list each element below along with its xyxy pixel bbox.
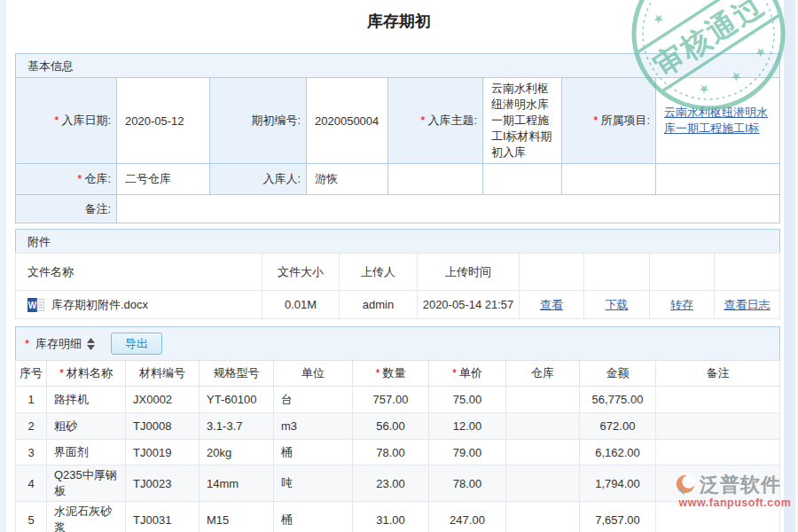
word-doc-icon: W <box>27 297 45 313</box>
page-title: 库存期初 <box>0 11 798 32</box>
inventory-detail-table: 序号*材料名称材料编号规格型号单位*数量*单价仓库金额备注 1路拌机JX0002… <box>15 360 780 532</box>
cell-quantity: 23.00 <box>353 466 429 502</box>
field-label-inbound-person: 入库人: <box>210 164 307 195</box>
col-header-amount: 金额 <box>580 361 656 387</box>
attachment-row: W 库存期初附件.docx 0.01M admin 2020-05-14 21:… <box>16 291 780 319</box>
inventory-detail-section: * 库存明细 导出 序号*材料名称材料编号规格型号单位*数量*单价仓库金额备注 … <box>15 326 780 532</box>
cell-unit: 台 <box>274 387 353 413</box>
field-label-inbound-subject: *入库主题: <box>388 78 483 164</box>
cell-spec-model: 3.1-3.7 <box>200 413 274 440</box>
required-marker: * <box>54 113 59 127</box>
table-row: 4Q235中厚钢板TJ002314mm吨23.0078.001,794.00 <box>16 466 780 502</box>
cell-material-code: TJ0031 <box>126 502 200 532</box>
cell-material-name: 路拌机 <box>47 387 126 413</box>
cell-unit-price: 12.00 <box>429 413 506 440</box>
table-row: 1路拌机JX0002YT-60100台757.0075.0056,775.00 <box>16 387 780 413</box>
required-marker: * <box>59 366 64 379</box>
col-header-action <box>520 254 584 291</box>
field-value-project: 云南水利枢纽潜明水库一期工程施工I标 <box>656 78 780 164</box>
cell-warehouse <box>506 466 580 502</box>
col-header-spec-model: 规格型号 <box>200 361 274 387</box>
cell-index: 1 <box>16 387 47 413</box>
attachments-table: 文件名称 文件大小 上传人 上传时间 W <box>15 253 780 319</box>
cell-action: 查看日志 <box>715 291 780 319</box>
table-row: 5水泥石灰砂浆TJ0031M15桶31.00247.007,657.00 <box>16 502 780 532</box>
cell-remark <box>656 413 780 440</box>
cell-unit: m3 <box>274 413 353 440</box>
download-link[interactable]: 下载 <box>606 298 629 311</box>
col-header-file-size: 文件大小 <box>262 254 340 291</box>
cell-spec-model: 20kg <box>200 440 274 466</box>
col-header-unit-price: *单价 <box>429 361 506 387</box>
cell-remark <box>656 502 780 532</box>
save-as-link[interactable]: 转存 <box>670 298 693 311</box>
field-value-remark <box>117 195 780 223</box>
field-label-warehouse: *仓库: <box>16 164 117 195</box>
field-label-remark: 备注: <box>16 195 117 223</box>
view-log-link[interactable]: 查看日志 <box>724 298 771 311</box>
field-label-inbound-date: *入库日期: <box>16 78 117 164</box>
cell-action: 查看 <box>520 291 584 319</box>
cell-quantity: 78.00 <box>353 440 429 466</box>
cell-quantity: 757.00 <box>353 387 429 413</box>
required-marker: * <box>452 366 457 379</box>
cell-index: 3 <box>16 440 47 466</box>
col-header-uploader: 上传人 <box>340 254 418 291</box>
empty-cell <box>483 164 562 195</box>
project-link[interactable]: 云南水利枢纽潜明水库一期工程施工I标 <box>664 106 768 135</box>
cell-material-code: TJ0023 <box>126 466 200 502</box>
empty-cell <box>656 164 780 195</box>
col-header-material-name: *材料名称 <box>47 361 126 387</box>
basic-info-table: *入库日期: 2020-05-12 期初编号: 2020050004 *入库主题… <box>15 77 780 223</box>
cell-action: 下载 <box>584 291 650 319</box>
table-row: 3界面剂TJ001920kg桶78.0079.006,162.00 <box>16 440 780 466</box>
cell-amount: 672.00 <box>580 413 656 440</box>
cell-amount: 1,794.00 <box>580 466 656 502</box>
table-row: 2粗砂TJ00083.1-3.7m356.0012.00672.00 <box>16 413 780 440</box>
cell-remark <box>656 440 780 466</box>
cell-unit: 桶 <box>274 440 353 466</box>
required-marker: * <box>593 113 598 127</box>
cell-material-name: 界面剂 <box>47 440 126 466</box>
field-value-inbound-subject: 云南水利枢纽潜明水库一期工程施工I标材料期初入库 <box>483 78 562 164</box>
col-header-upload-time: 上传时间 <box>418 254 520 291</box>
cell-file-size: 0.01M <box>262 291 340 319</box>
col-header-action <box>650 254 715 291</box>
cell-material-name: 水泥石灰砂浆 <box>47 502 126 532</box>
attachments-section-title: 附件 <box>15 229 780 254</box>
cell-warehouse <box>506 502 580 532</box>
field-value-inbound-date: 2020-05-12 <box>117 78 210 164</box>
cell-index: 4 <box>16 466 47 502</box>
cell-amount: 56,775.00 <box>580 387 656 413</box>
cell-remark <box>656 466 780 502</box>
view-link[interactable]: 查看 <box>540 298 563 311</box>
cell-warehouse <box>506 413 580 440</box>
col-header-quantity: *数量 <box>353 361 429 387</box>
required-marker: * <box>420 113 425 127</box>
cell-file-name: W 库存期初附件.docx <box>16 291 262 319</box>
cell-unit-price: 79.00 <box>429 440 506 466</box>
cell-uploader: admin <box>340 291 418 319</box>
field-value-warehouse: 二号仓库 <box>117 164 210 195</box>
col-header-remark: 备注 <box>656 361 780 387</box>
svg-text:W: W <box>28 301 37 310</box>
col-header-file-name: 文件名称 <box>16 254 262 291</box>
cell-unit-price: 78.00 <box>429 466 506 502</box>
svg-text:★: ★ <box>675 0 692 4</box>
sort-toggle-icon[interactable] <box>87 338 95 350</box>
basic-info-section: 基本信息 *入库日期: 2020-05-12 期初编号: 2020050004 … <box>15 53 780 223</box>
cell-spec-model: YT-60100 <box>200 387 274 413</box>
cell-unit: 吨 <box>274 466 353 502</box>
required-marker: * <box>375 366 379 379</box>
col-header-index: 序号 <box>16 361 47 387</box>
cell-quantity: 31.00 <box>353 502 429 532</box>
col-header-action <box>715 254 780 291</box>
col-header-action <box>584 254 650 291</box>
cell-warehouse <box>506 440 580 466</box>
export-button[interactable]: 导出 <box>111 332 162 355</box>
field-label-opening-number: 期初编号: <box>210 78 307 164</box>
cell-unit-price: 247.00 <box>429 502 506 532</box>
page-right-scroll-area <box>784 0 795 532</box>
cell-amount: 6,162.00 <box>580 440 656 466</box>
cell-amount: 7,657.00 <box>580 502 656 532</box>
